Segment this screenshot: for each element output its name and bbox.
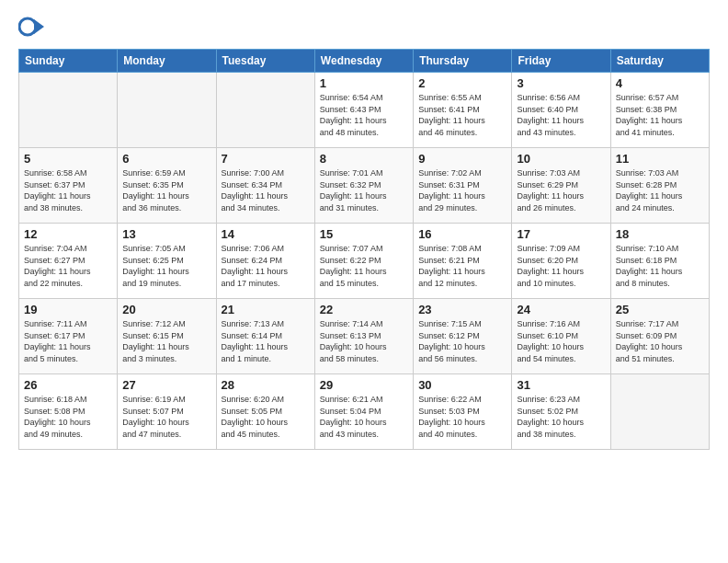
day-info: Sunrise: 6:18 AM Sunset: 5:08 PM Dayligh… [24, 394, 112, 440]
calendar-cell: 31Sunrise: 6:23 AM Sunset: 5:02 PM Dayli… [512, 374, 610, 450]
calendar-cell: 4Sunrise: 6:57 AM Sunset: 6:38 PM Daylig… [610, 73, 709, 148]
day-header-thursday: Thursday [414, 50, 512, 73]
calendar-header-row: SundayMondayTuesdayWednesdayThursdayFrid… [19, 50, 710, 73]
calendar-cell: 11Sunrise: 7:03 AM Sunset: 6:28 PM Dayli… [610, 148, 709, 224]
day-info: Sunrise: 6:59 AM Sunset: 6:35 PM Dayligh… [122, 167, 210, 213]
day-header-sunday: Sunday [19, 50, 118, 73]
calendar-cell [216, 73, 314, 148]
calendar-cell: 2Sunrise: 6:55 AM Sunset: 6:41 PM Daylig… [414, 73, 512, 148]
day-info: Sunrise: 7:09 AM Sunset: 6:20 PM Dayligh… [517, 243, 605, 289]
calendar-cell: 19Sunrise: 7:11 AM Sunset: 6:17 PM Dayli… [19, 299, 118, 374]
day-info: Sunrise: 7:05 AM Sunset: 6:25 PM Dayligh… [122, 243, 210, 289]
header [18, 14, 710, 40]
calendar-cell: 26Sunrise: 6:18 AM Sunset: 5:08 PM Dayli… [19, 374, 118, 450]
day-header-friday: Friday [512, 50, 610, 73]
svg-marker-1 [34, 19, 44, 34]
day-info: Sunrise: 7:04 AM Sunset: 6:27 PM Dayligh… [24, 243, 112, 289]
day-info: Sunrise: 7:16 AM Sunset: 6:10 PM Dayligh… [517, 318, 605, 364]
day-number: 8 [320, 152, 408, 166]
day-number: 18 [616, 227, 704, 241]
logo [18, 14, 48, 40]
calendar-cell: 23Sunrise: 7:15 AM Sunset: 6:12 PM Dayli… [414, 299, 512, 374]
calendar-cell [610, 374, 709, 450]
calendar-week-4: 19Sunrise: 7:11 AM Sunset: 6:17 PM Dayli… [19, 299, 710, 374]
calendar-cell: 22Sunrise: 7:14 AM Sunset: 6:13 PM Dayli… [314, 299, 413, 374]
calendar-cell: 8Sunrise: 7:01 AM Sunset: 6:32 PM Daylig… [314, 148, 413, 224]
day-number: 28 [222, 378, 310, 392]
calendar-cell: 25Sunrise: 7:17 AM Sunset: 6:09 PM Dayli… [610, 299, 709, 374]
day-number: 22 [320, 303, 408, 316]
day-info: Sunrise: 6:57 AM Sunset: 6:38 PM Dayligh… [616, 92, 704, 138]
day-info: Sunrise: 6:19 AM Sunset: 5:07 PM Dayligh… [122, 394, 210, 440]
calendar-cell: 7Sunrise: 7:00 AM Sunset: 6:34 PM Daylig… [216, 148, 314, 224]
page: SundayMondayTuesdayWednesdayThursdayFrid… [0, 0, 728, 563]
day-info: Sunrise: 7:13 AM Sunset: 6:14 PM Dayligh… [222, 318, 310, 364]
day-info: Sunrise: 7:06 AM Sunset: 6:24 PM Dayligh… [222, 243, 310, 289]
calendar-cell: 12Sunrise: 7:04 AM Sunset: 6:27 PM Dayli… [19, 224, 118, 299]
day-number: 1 [320, 76, 408, 90]
calendar-cell: 20Sunrise: 7:12 AM Sunset: 6:15 PM Dayli… [118, 299, 216, 374]
calendar-cell: 29Sunrise: 6:21 AM Sunset: 5:04 PM Dayli… [314, 374, 413, 450]
calendar-cell: 24Sunrise: 7:16 AM Sunset: 6:10 PM Dayli… [512, 299, 610, 374]
day-info: Sunrise: 7:01 AM Sunset: 6:32 PM Dayligh… [320, 167, 408, 213]
day-info: Sunrise: 7:08 AM Sunset: 6:21 PM Dayligh… [418, 243, 506, 289]
calendar-cell: 14Sunrise: 7:06 AM Sunset: 6:24 PM Dayli… [216, 224, 314, 299]
day-info: Sunrise: 6:20 AM Sunset: 5:05 PM Dayligh… [222, 394, 310, 440]
day-info: Sunrise: 7:14 AM Sunset: 6:13 PM Dayligh… [320, 318, 408, 364]
calendar-cell: 18Sunrise: 7:10 AM Sunset: 6:18 PM Dayli… [610, 224, 709, 299]
calendar-cell: 10Sunrise: 7:03 AM Sunset: 6:29 PM Dayli… [512, 148, 610, 224]
day-number: 26 [24, 378, 112, 392]
calendar-cell: 1Sunrise: 6:54 AM Sunset: 6:43 PM Daylig… [314, 73, 413, 148]
day-number: 17 [517, 227, 605, 241]
day-info: Sunrise: 7:17 AM Sunset: 6:09 PM Dayligh… [616, 318, 704, 364]
day-info: Sunrise: 6:22 AM Sunset: 5:03 PM Dayligh… [418, 394, 506, 440]
day-info: Sunrise: 7:10 AM Sunset: 6:18 PM Dayligh… [616, 243, 704, 289]
day-number: 11 [616, 152, 704, 166]
calendar-cell: 27Sunrise: 6:19 AM Sunset: 5:07 PM Dayli… [118, 374, 216, 450]
calendar-cell: 30Sunrise: 6:22 AM Sunset: 5:03 PM Dayli… [414, 374, 512, 450]
calendar-cell: 15Sunrise: 7:07 AM Sunset: 6:22 PM Dayli… [314, 224, 413, 299]
day-info: Sunrise: 7:03 AM Sunset: 6:29 PM Dayligh… [517, 167, 605, 213]
calendar-cell: 6Sunrise: 6:59 AM Sunset: 6:35 PM Daylig… [118, 148, 216, 224]
day-number: 24 [517, 303, 605, 316]
calendar-table: SundayMondayTuesdayWednesdayThursdayFrid… [18, 49, 710, 450]
calendar-cell: 28Sunrise: 6:20 AM Sunset: 5:05 PM Dayli… [216, 374, 314, 450]
day-number: 31 [517, 378, 605, 392]
day-number: 23 [418, 303, 506, 316]
day-number: 4 [616, 76, 704, 90]
day-number: 19 [24, 303, 112, 316]
calendar-cell: 5Sunrise: 6:58 AM Sunset: 6:37 PM Daylig… [19, 148, 118, 224]
day-number: 20 [122, 303, 210, 316]
calendar-cell [19, 73, 118, 148]
day-number: 27 [122, 378, 210, 392]
day-number: 6 [122, 152, 210, 166]
day-number: 5 [24, 152, 112, 166]
svg-point-0 [19, 18, 36, 35]
day-number: 30 [418, 378, 506, 392]
calendar-cell: 16Sunrise: 7:08 AM Sunset: 6:21 PM Dayli… [414, 224, 512, 299]
calendar-cell: 9Sunrise: 7:02 AM Sunset: 6:31 PM Daylig… [414, 148, 512, 224]
day-header-monday: Monday [118, 50, 216, 73]
day-info: Sunrise: 6:23 AM Sunset: 5:02 PM Dayligh… [517, 394, 605, 440]
day-info: Sunrise: 7:11 AM Sunset: 6:17 PM Dayligh… [24, 318, 112, 364]
day-header-wednesday: Wednesday [314, 50, 413, 73]
calendar-cell: 17Sunrise: 7:09 AM Sunset: 6:20 PM Dayli… [512, 224, 610, 299]
calendar-week-5: 26Sunrise: 6:18 AM Sunset: 5:08 PM Dayli… [19, 374, 710, 450]
day-info: Sunrise: 7:02 AM Sunset: 6:31 PM Dayligh… [418, 167, 506, 213]
day-number: 10 [517, 152, 605, 166]
calendar-week-3: 12Sunrise: 7:04 AM Sunset: 6:27 PM Dayli… [19, 224, 710, 299]
calendar-week-1: 1Sunrise: 6:54 AM Sunset: 6:43 PM Daylig… [19, 73, 710, 148]
day-number: 25 [616, 303, 704, 316]
day-number: 7 [222, 152, 310, 166]
calendar-cell [118, 73, 216, 148]
day-number: 2 [418, 76, 506, 90]
day-number: 29 [320, 378, 408, 392]
day-info: Sunrise: 6:54 AM Sunset: 6:43 PM Dayligh… [320, 92, 408, 138]
day-header-tuesday: Tuesday [216, 50, 314, 73]
calendar-cell: 3Sunrise: 6:56 AM Sunset: 6:40 PM Daylig… [512, 73, 610, 148]
day-info: Sunrise: 7:12 AM Sunset: 6:15 PM Dayligh… [122, 318, 210, 364]
day-info: Sunrise: 6:55 AM Sunset: 6:41 PM Dayligh… [418, 92, 506, 138]
day-number: 16 [418, 227, 506, 241]
day-number: 12 [24, 227, 112, 241]
logo-icon [18, 14, 44, 40]
